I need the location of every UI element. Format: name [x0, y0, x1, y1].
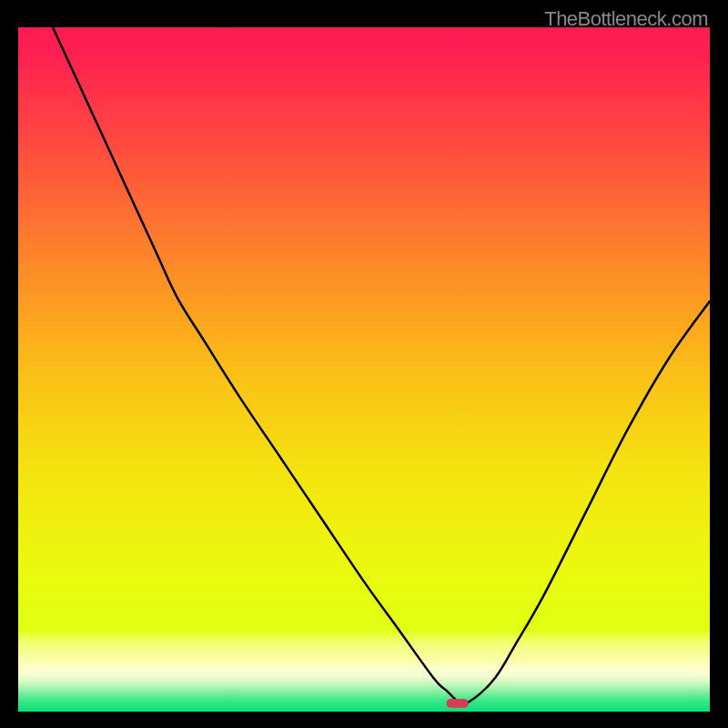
chart-background	[18, 27, 710, 712]
chart-svg	[18, 27, 710, 712]
marker-pill	[446, 699, 468, 708]
watermark-text: TheBottleneck.com	[544, 7, 708, 31]
chart-container	[18, 27, 710, 712]
